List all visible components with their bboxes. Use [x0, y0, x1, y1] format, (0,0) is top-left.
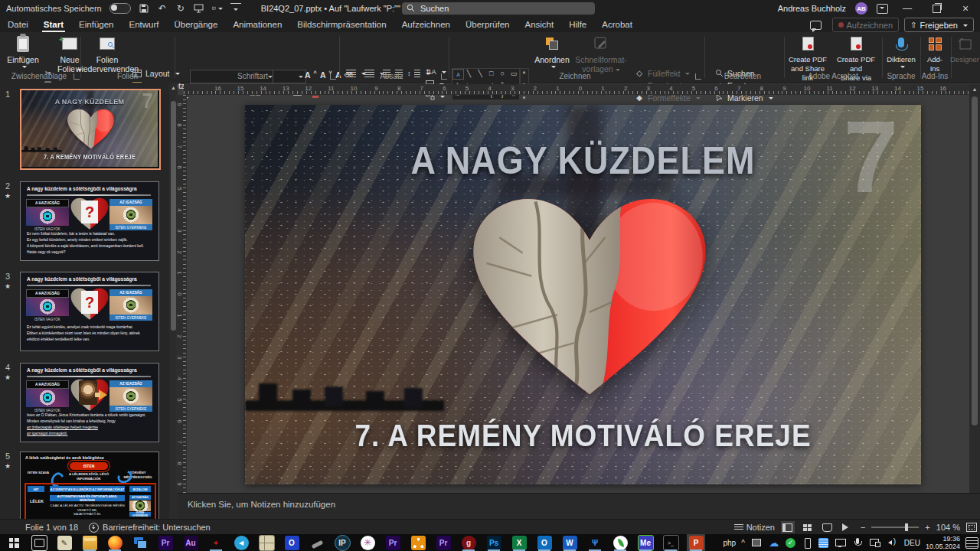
comment-icon[interactable]	[805, 18, 827, 31]
notification-center-icon[interactable]	[965, 537, 978, 549]
sync-ok-icon[interactable]: ✓	[786, 538, 795, 548]
save-icon[interactable]	[139, 3, 149, 14]
notes-toggle[interactable]: Notizen	[734, 523, 775, 532]
taskbar-app-text-editor[interactable]: ✎	[55, 534, 74, 551]
taskbar-app-task-view[interactable]	[30, 534, 48, 551]
taskbar-app-red-app[interactable]: ✶	[207, 534, 225, 551]
taskbar-app-remote-desktop[interactable]	[131, 534, 149, 551]
slide-thumbnail-2[interactable]: A nagy küzdelem a sötétségből a világoss…	[20, 181, 159, 261]
taskbar-app-premiere-1[interactable]: Pr	[156, 534, 175, 551]
taskbar-app-excel[interactable]: X	[510, 534, 528, 551]
microphone-icon[interactable]	[851, 536, 864, 549]
drawing-dialog-launcher-icon[interactable]	[695, 73, 701, 80]
zoom-level[interactable]: 104 %	[936, 523, 960, 532]
php-label[interactable]: php	[723, 536, 736, 549]
broken-heart-image[interactable]	[461, 184, 718, 406]
screen-icon[interactable]	[750, 536, 763, 549]
taskbar-app-premiere-3[interactable]: Pr	[434, 534, 452, 551]
minimize-button[interactable]: —	[897, 0, 917, 17]
undo-icon[interactable]: ↶	[157, 3, 168, 14]
onedrive-icon[interactable]: ☁	[768, 536, 780, 549]
customize-qat-icon[interactable]	[230, 3, 241, 15]
avatar[interactable]: AB	[855, 2, 867, 15]
taskbar-app-telegram[interactable]: ◀	[232, 534, 250, 551]
notes-pane[interactable]: Klicken Sie, um Notizen hinzuzufügen	[178, 493, 980, 520]
slide-thumbnail-3[interactable]: A nagy küzdelem a sötétségből a világoss…	[20, 272, 159, 351]
slide-thumbnail-4[interactable]: A nagy küzdelem a sötétségből a világoss…	[20, 363, 159, 442]
slide-subtitle-text[interactable]: 7. A REMÉNY MOTIVÁLÓ EREJE	[245, 419, 921, 454]
tab-entwurf[interactable]: Entwurf	[121, 17, 166, 32]
tab-animationen[interactable]: Animationen	[225, 17, 289, 32]
tab-bildschirmpraesentation[interactable]: Bildschirmpräsentation	[289, 17, 394, 32]
slide-thumbnail-5[interactable]: A lélek szükségletei és azok kielégítése…	[20, 452, 159, 519]
zoom-out-button[interactable]: −	[861, 523, 865, 532]
share-button[interactable]: ⇧Freigeben	[904, 18, 974, 32]
taskbar-app-diagram-app[interactable]	[409, 534, 427, 551]
taskbar-app-audition[interactable]: Au	[181, 534, 200, 551]
taskbar-app-ip-tool[interactable]: IP	[333, 534, 351, 551]
taskbar-app-firefox[interactable]	[106, 534, 124, 551]
taskbar-app-premiere-2[interactable]: Pr	[384, 534, 402, 551]
reuse-slides-button[interactable]: Folien wiederverwenden	[86, 34, 129, 73]
hidden-icons-chevron[interactable]: ^	[741, 536, 745, 549]
autosave-toggle[interactable]	[109, 3, 131, 14]
close-button[interactable]: ×	[956, 0, 975, 17]
scroll-up-icon[interactable]: ▲	[969, 84, 980, 94]
blue-panel-icon[interactable]	[818, 538, 828, 548]
search-box[interactable]	[402, 2, 595, 15]
restore-button[interactable]	[926, 0, 946, 17]
search-input[interactable]	[419, 3, 560, 14]
slide-thumbnail-1[interactable]: 7 A NAGY KÜZDELEM	[20, 89, 161, 170]
taskbar-app-g-app[interactable]: g	[459, 534, 478, 551]
fit-to-window-icon[interactable]	[966, 523, 977, 532]
create-pdf-outlook-button[interactable]: Create PDF andShare via Outlook	[831, 34, 880, 92]
taskbar-app-outlook[interactable]: O	[535, 534, 554, 551]
slide-canvas[interactable]: 7 A NAGY KÜZDELEM 7. A REMÉNY MOTIVÁLÓ E…	[245, 105, 921, 484]
taskbar-app-terminal[interactable]: >_	[662, 534, 680, 551]
taskbar-app-map-app[interactable]	[257, 534, 276, 551]
paragraph-dialog-launcher-icon[interactable]	[441, 73, 447, 80]
taskbar-app-photoshop[interactable]: Ps	[485, 534, 503, 551]
paste-button[interactable]: Einfügen	[6, 34, 40, 69]
tab-datei[interactable]: Datei	[0, 17, 36, 32]
taskbar-app-leaf-app[interactable]	[611, 534, 629, 551]
slide-title-text[interactable]: A NAGY KÜZDELEM	[245, 139, 921, 183]
tab-aufzeichnen[interactable]: Aufzeichnen	[394, 17, 458, 32]
tab-start[interactable]: Start	[36, 17, 71, 32]
tab-ansicht[interactable]: Ansicht	[518, 17, 562, 32]
view-slideshow-button[interactable]	[841, 521, 854, 533]
arrange-button[interactable]: Anordnen	[532, 34, 572, 69]
taskbar-app-powerpoint[interactable]: P	[687, 534, 705, 551]
taskbar-app-usb-tool[interactable]	[308, 534, 326, 551]
tab-einfuegen[interactable]: Einfügen	[71, 17, 121, 32]
addins-button[interactable]: Add-Ins	[922, 34, 948, 73]
keyboard-language[interactable]: DEU	[904, 536, 920, 549]
tab-uebergaenge[interactable]: Übergänge	[166, 17, 225, 32]
taskbar-clock[interactable]: 19:36 10.05.2024	[926, 535, 960, 550]
notes-placeholder[interactable]: Klicken Sie, um Notizen hinzuzufügen	[188, 500, 335, 509]
taskbar-app-file-explorer[interactable]	[80, 534, 99, 551]
zoom-in-button[interactable]: +	[925, 523, 929, 532]
clipboard-dialog-launcher-icon[interactable]	[74, 73, 80, 80]
zoom-slider[interactable]	[871, 527, 919, 528]
tab-ueberpruefen[interactable]: Überprüfen	[458, 17, 518, 32]
redo-icon[interactable]: ↻	[175, 3, 186, 14]
usb-icon[interactable]	[801, 536, 813, 549]
display-icon[interactable]	[834, 536, 846, 549]
user-name[interactable]: Andreas Buchholz	[778, 4, 846, 13]
view-reading-button[interactable]	[821, 521, 835, 533]
dictate-button[interactable]: Diktieren	[884, 34, 919, 69]
taskbar-app-start[interactable]	[5, 534, 23, 551]
tab-acrobat[interactable]: Acrobat	[594, 17, 640, 32]
taskbar-app-blue-o-app[interactable]: O	[283, 534, 301, 551]
taskbar-app-me-app[interactable]: Me	[636, 534, 655, 551]
slide-layout-icon[interactable]	[212, 3, 223, 14]
tab-hilfe[interactable]: Hilfe	[561, 17, 594, 32]
view-normal-button[interactable]	[781, 521, 795, 533]
taskbar-app-slack[interactable]: ✳	[358, 534, 377, 551]
view-slide-sorter-button[interactable]	[801, 521, 815, 533]
font-dialog-launcher-icon[interactable]	[330, 73, 336, 80]
start-presentation-icon[interactable]	[194, 3, 204, 14]
scroll-up-icon[interactable]: ▲	[169, 83, 178, 93]
editor-scrollbar[interactable]: ▲	[969, 84, 980, 493]
